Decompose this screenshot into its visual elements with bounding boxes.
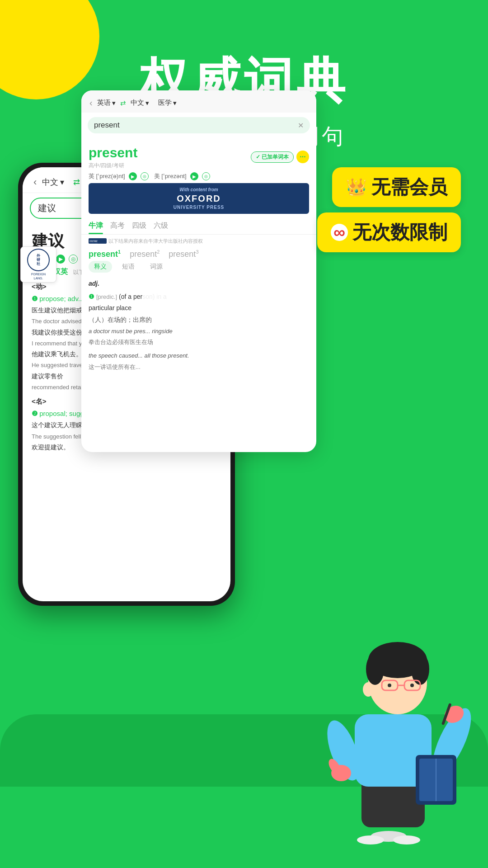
word-levels: 高中/四级/考研: [89, 162, 137, 170]
front-swap[interactable]: ⇄: [120, 99, 126, 107]
sub-tab-yiyi[interactable]: 释义: [89, 261, 112, 273]
tab-gaokao[interactable]: 高考: [110, 217, 125, 234]
oxford-logo-band: With content from OXFORD UNIVERSITY PRES…: [89, 183, 309, 214]
no-member-label: 无需会员: [371, 175, 447, 200]
us-audio-button[interactable]: ▶: [190, 172, 198, 180]
svg-point-21: [388, 684, 391, 687]
svg-text:OXFORD: OXFORD: [89, 240, 97, 242]
svg-point-6: [357, 835, 384, 844]
def2-example-en: the speech caused... all those present.: [89, 350, 309, 361]
svg-point-16: [366, 653, 384, 685]
uk-slow-audio-button[interactable]: ◎: [141, 172, 149, 180]
def2-example-cn: 这一讲话使所有在...: [89, 362, 309, 372]
front-mode[interactable]: 医学▾: [158, 99, 177, 107]
no-limit-label: 无次数限制: [352, 220, 447, 245]
us-slow-audio-button[interactable]: ◎: [202, 172, 210, 180]
present-variants-row: present1 present2 present3: [81, 245, 316, 261]
tab-cet6[interactable]: 六级: [154, 217, 168, 234]
def1-example-cn: 拳击台边必须有医生在场: [89, 337, 309, 347]
sub-tab-phrase[interactable]: 短语: [117, 261, 140, 273]
oxford-source-note: With content from OXFORD UNIVERSITY PRES…: [81, 235, 316, 245]
no-limit-badge: ∞ 无次数限制: [317, 212, 461, 252]
def1-front: ❶ [predic.] (of a person) in a: [89, 291, 309, 302]
oxford-with-content: With content from: [95, 187, 303, 193]
def1-example-en: a doctor must be pres... ringside: [89, 326, 309, 337]
front-back-arrow[interactable]: ‹: [89, 98, 93, 108]
front-definition-section: adj. ❶ [predic.] (of a person) in a part…: [81, 276, 316, 374]
pronunciation-row: 英 [ˈprez(ə)nt] ▶ ◎ 美 [ˈprezənt] ▶ ◎: [89, 170, 309, 183]
swap-icon[interactable]: ⇄: [73, 177, 80, 187]
front-dict-card: ‹ 英语▾ ⇄ 中文▾ 医学▾ present ✕ present 高中/四级/…: [81, 90, 316, 452]
tab-cet4[interactable]: 四级: [132, 217, 146, 234]
audio-slow-icon[interactable]: ◎: [69, 255, 78, 264]
audio-uk-icon[interactable]: ▶: [56, 255, 65, 264]
front-search-bar[interactable]: present ✕: [88, 117, 310, 133]
more-options-button[interactable]: ···: [296, 151, 309, 163]
svg-point-7: [393, 835, 420, 844]
front-word-section: present 高中/四级/考研 ✓ 已加单词本 ··· 英 [ˈprez(ə)…: [81, 138, 316, 183]
oxford-small-seal-icon: With content from OXFORD UNIVERSITY PRES…: [89, 237, 107, 245]
person-illustration: [316, 624, 479, 850]
oxford-name: OXFORD: [95, 193, 303, 204]
dict-tabs: 牛津 高考 四级 六级: [81, 217, 316, 235]
front-word-title: present 高中/四级/考研 ✓ 已加单词本 ···: [89, 144, 309, 170]
clear-icon[interactable]: ✕: [298, 121, 304, 130]
svg-text:UNIVERSITY PRESS: UNIVERSITY PRESS: [89, 242, 98, 243]
press-logo: 外研社: [27, 249, 50, 271]
back-arrow-icon[interactable]: ‹: [33, 176, 37, 188]
uk-audio-button[interactable]: ▶: [129, 172, 137, 180]
front-lang1[interactable]: 英语▾: [97, 99, 116, 107]
def1-desc: particular place: [89, 302, 309, 314]
sub-tab-etymology[interactable]: 词源: [145, 261, 168, 273]
press-name: FOREIGNLANG.: [31, 273, 46, 280]
foreign-language-press-badge: 外研社 FOREIGNLANG.: [20, 246, 56, 283]
crown-icon: 👑: [346, 177, 367, 197]
tab-oxford[interactable]: 牛津: [89, 217, 103, 234]
pos-row: adj.: [89, 278, 309, 289]
infinity-icon: ∞: [331, 224, 348, 241]
front-lang2[interactable]: 中文▾: [131, 99, 149, 107]
added-to-vocab-badge: ✓ 已加单词本: [251, 151, 294, 163]
oxford-university-press: UNIVERSITY PRESS: [95, 204, 303, 210]
lang-cn-selector[interactable]: 中文 ▾: [42, 177, 64, 188]
no-member-badge: 👑 无需会员: [332, 167, 461, 207]
svg-point-23: [363, 682, 374, 697]
def1-cn: （人）在场的；出席的: [89, 314, 309, 326]
sub-tabs-row: 释义 短语 词源: [81, 261, 316, 276]
front-nav-bar: ‹ 英语▾ ⇄ 中文▾ 医学▾: [81, 90, 316, 113]
svg-point-22: [410, 684, 414, 687]
